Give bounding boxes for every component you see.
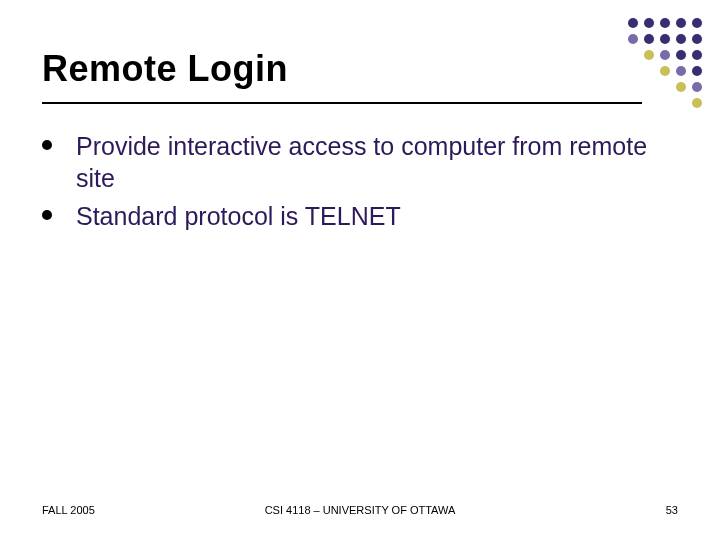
bullet-text: Provide interactive access to computer f… — [76, 130, 660, 194]
deco-dot-icon — [692, 98, 702, 108]
deco-row — [622, 34, 702, 44]
deco-dot-icon — [628, 18, 638, 28]
title-underline — [42, 102, 642, 104]
deco-dot-icon — [692, 34, 702, 44]
bullet-text: Standard protocol is TELNET — [76, 200, 401, 232]
deco-dot-icon — [644, 18, 654, 28]
deco-dot-icon — [676, 50, 686, 60]
footer-page-number: 53 — [666, 504, 678, 516]
deco-dot-icon — [660, 18, 670, 28]
deco-row — [622, 18, 702, 28]
deco-dot-icon — [676, 66, 686, 76]
deco-dot-icon — [660, 66, 670, 76]
deco-dot-icon — [660, 50, 670, 60]
slide-title: Remote Login — [42, 48, 660, 90]
title-wrap: Remote Login — [42, 48, 660, 90]
footer-center: CSI 4118 – UNIVERSITY OF OTTAWA — [42, 504, 678, 516]
content-area: Provide interactive access to computer f… — [42, 130, 660, 238]
list-item: Standard protocol is TELNET — [42, 200, 660, 232]
deco-dot-icon — [692, 18, 702, 28]
slide: Remote Login Provide interactive access … — [0, 0, 720, 540]
list-item: Provide interactive access to computer f… — [42, 130, 660, 194]
bullet-icon — [42, 210, 52, 220]
deco-dot-icon — [692, 66, 702, 76]
deco-dot-icon — [676, 34, 686, 44]
deco-dot-icon — [676, 18, 686, 28]
deco-dot-icon — [660, 34, 670, 44]
deco-dot-icon — [676, 82, 686, 92]
bullet-icon — [42, 140, 52, 150]
deco-dot-icon — [644, 34, 654, 44]
deco-dot-icon — [692, 50, 702, 60]
bullet-list: Provide interactive access to computer f… — [42, 130, 660, 232]
deco-dot-icon — [692, 82, 702, 92]
deco-dot-icon — [628, 34, 638, 44]
